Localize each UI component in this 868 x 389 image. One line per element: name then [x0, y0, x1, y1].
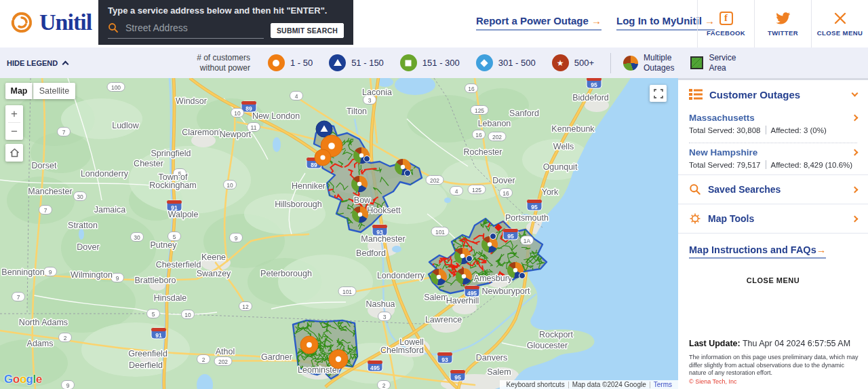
town-label: Rockport — [539, 330, 574, 339]
route-shield-9: 9 — [111, 274, 124, 282]
outage-marker-cluster[interactable] — [456, 268, 472, 284]
town-label: Dover — [492, 176, 515, 185]
close-menu-link[interactable]: CLOSE MENU — [678, 276, 868, 284]
outage-marker-bluedot[interactable] — [467, 256, 473, 262]
outage-marker-orange[interactable] — [315, 149, 331, 166]
town-label: Haverhill — [446, 296, 479, 305]
unitil-logo[interactable]: Unitil — [9, 10, 92, 35]
town-label: Bennington — [1, 267, 44, 277]
terms-link[interactable]: Terms — [650, 381, 675, 388]
map-instructions-link[interactable]: Map Instructions and FAQs→ — [689, 244, 826, 259]
header: Unitil Type a service address below and … — [0, 0, 868, 48]
interstate-shield-89: 89 — [241, 101, 256, 112]
report-outage-link[interactable]: Report a Power Outage → — [476, 15, 601, 31]
facebook-icon: f — [719, 12, 733, 25]
route-shield-2: 2 — [378, 381, 391, 389]
route-shield-5: 5 — [147, 310, 160, 318]
satellite-view-button[interactable]: Satellite — [33, 83, 75, 99]
interstate-shield-495: 495 — [465, 286, 479, 297]
chevron-up-icon — [62, 61, 69, 68]
saved-searches-row[interactable]: Saved Searches — [678, 175, 868, 204]
map-canvas[interactable]: 1008989104311161251620295202412516951019… — [0, 78, 678, 389]
address-search-panel: Type a service address below and then hi… — [98, 0, 353, 45]
town-label: York — [542, 187, 559, 197]
town-label: Dorset — [32, 161, 57, 170]
route-shield-2: 2 — [59, 333, 72, 342]
outage-marker-bluedot[interactable] — [405, 170, 411, 177]
route-shield-101: 101 — [431, 227, 449, 236]
legend-multiple-outages: MultipleOutages — [623, 53, 674, 73]
region-massachusetts[interactable]: Massachusetts Total Served: 30,808Affect… — [678, 109, 868, 140]
svg-text:9: 9 — [66, 382, 70, 389]
route-shield-3: 3 — [378, 312, 391, 321]
town-label: Newport — [220, 130, 252, 139]
zoom-in-button[interactable]: + — [5, 105, 23, 122]
route-shield-10: 10 — [224, 181, 237, 189]
town-label: Manchester — [361, 234, 405, 244]
service-area-icon — [690, 56, 703, 69]
route-shield-16: 16 — [473, 130, 486, 139]
route-shield-125: 125 — [471, 106, 488, 115]
region-new-hampshire[interactable]: New Hampshire Total Served: 79,517Affect… — [678, 143, 868, 174]
route-shield-202: 202 — [214, 357, 232, 366]
outage-marker-bluedot[interactable] — [490, 234, 496, 240]
zoom-out-button[interactable]: − — [5, 123, 23, 140]
legend-bar: HIDE LEGEND # of customers without power… — [0, 48, 868, 78]
town-label: Gardner — [261, 352, 292, 362]
outage-map[interactable]: 1008989104311161251620295202412516951019… — [0, 78, 678, 389]
outage-marker-orange[interactable] — [329, 350, 348, 369]
star-marker-icon: ★ — [552, 54, 569, 71]
svg-text:12: 12 — [242, 303, 249, 310]
interstate-shield-95: 95 — [527, 200, 542, 210]
town-label: Laconia — [362, 88, 392, 97]
outage-marker-triangle[interactable] — [316, 121, 332, 137]
copyright-text[interactable]: © Siena Tech, Inc — [689, 378, 860, 385]
svg-text:91: 91 — [155, 332, 162, 339]
outage-marker-cluster[interactable] — [352, 206, 368, 223]
town-label: Jamaica — [94, 205, 126, 215]
fullscreen-button[interactable] — [650, 85, 667, 102]
home-button[interactable] — [5, 144, 23, 162]
map-view-button[interactable]: Map — [5, 83, 33, 99]
svg-text:2: 2 — [382, 382, 386, 389]
town-label: Nashua — [366, 299, 395, 309]
town-label: Danvers — [476, 353, 508, 363]
outage-marker-bluedot[interactable] — [364, 156, 370, 162]
keyboard-shortcuts-link[interactable]: Keyboard shortcuts — [502, 381, 568, 388]
outage-marker-cluster[interactable] — [351, 176, 368, 192]
outage-marker-bluedot[interactable] — [519, 273, 526, 279]
town-label: Rochester — [464, 147, 502, 157]
town-label: Londonderry — [81, 169, 129, 179]
outage-list-icon — [689, 88, 703, 100]
legend-service-area: ServiceArea — [690, 53, 736, 73]
town-label: Lawrence — [425, 315, 462, 325]
customer-outages-header[interactable]: Customer Outages — [678, 80, 868, 109]
submit-search-button[interactable]: SUBMIT SEARCH — [271, 23, 344, 38]
town-label: Tilton — [347, 107, 367, 116]
logo-text: Unitil — [39, 10, 92, 35]
map-data-credit: Map data ©2024 Google — [569, 381, 650, 388]
region-stats: Total Served: 30,808Affected: 3 (0%) — [689, 126, 857, 134]
town-label: Gloucester — [527, 341, 568, 350]
hide-legend-toggle[interactable]: HIDE LEGEND — [7, 59, 68, 67]
legend-item-label: 151 - 300 — [422, 58, 460, 68]
svg-text:10: 10 — [184, 312, 191, 318]
town-label: Springfield — [151, 149, 191, 158]
chevron-right-icon — [852, 186, 859, 193]
route-shield-9: 9 — [44, 267, 57, 276]
twitter-icon — [776, 12, 791, 25]
street-address-input[interactable] — [124, 22, 260, 34]
interstate-shield-93: 93 — [437, 352, 452, 363]
close-menu-button[interactable]: CLOSE MENU — [811, 0, 868, 48]
facebook-button[interactable]: f FACEBOOK — [697, 0, 754, 48]
town-label: Athol — [216, 347, 235, 356]
outage-marker-orange[interactable] — [300, 336, 318, 354]
interstate-shield-95: 95 — [587, 78, 601, 88]
town-label: Kennebunk — [551, 124, 595, 134]
town-label: Biddeford — [572, 93, 609, 103]
map-tools-row[interactable]: Map Tools — [678, 204, 868, 233]
twitter-button[interactable]: TWITTER — [754, 0, 811, 48]
outage-marker-cluster[interactable] — [431, 269, 447, 285]
town-label: Walpole — [168, 210, 199, 219]
town-label: Claremont — [182, 128, 221, 137]
